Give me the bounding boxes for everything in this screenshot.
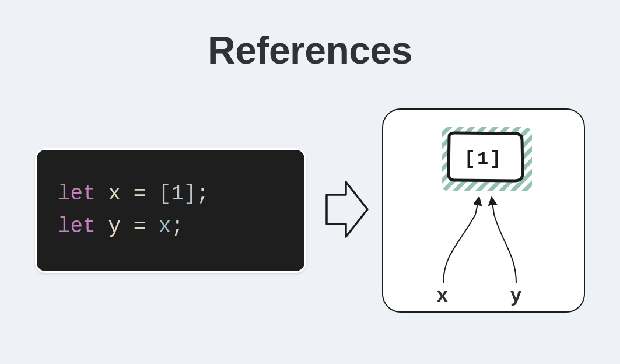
- code-semicolon: ;: [171, 215, 184, 239]
- variable-y-label: y: [510, 284, 521, 306]
- memory-panel: [1] x y: [382, 108, 585, 313]
- variable-x-label: x: [437, 284, 448, 306]
- code-keyword: let: [58, 215, 96, 239]
- code-variable: x: [108, 182, 121, 206]
- memory-box-value: [1]: [464, 148, 503, 170]
- code-keyword: let: [58, 182, 96, 206]
- code-semicolon: ;: [197, 182, 209, 206]
- code-block: let x = [1]; let y = x;: [35, 148, 306, 273]
- code-reference: x: [159, 215, 171, 239]
- content-row: let x = [1]; let y = x;: [0, 108, 620, 313]
- code-variable: y: [108, 215, 121, 239]
- code-equals: =: [134, 182, 146, 206]
- page-title: References: [208, 28, 412, 72]
- arrow-icon: [324, 177, 370, 244]
- code-equals: =: [134, 215, 146, 239]
- svg-marker-0: [327, 182, 367, 237]
- code-literal: [1]: [159, 182, 197, 206]
- code-text: let x = [1]; let y = x;: [58, 178, 283, 243]
